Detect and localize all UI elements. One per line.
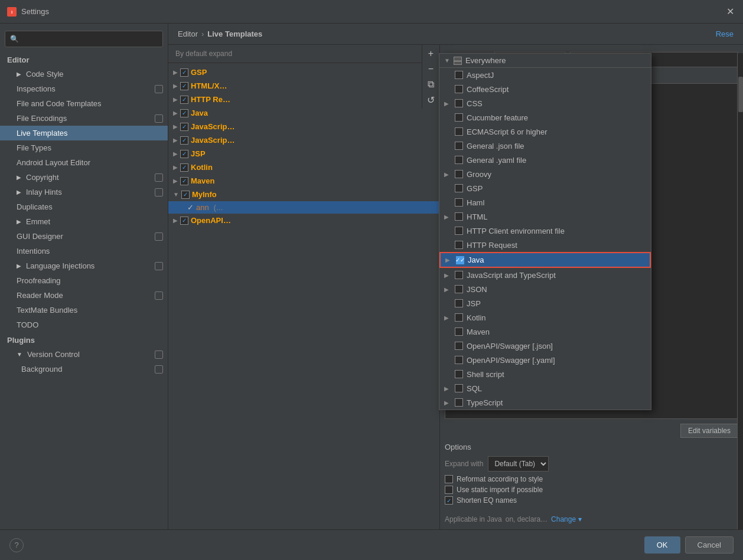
- item-checkbox[interactable]: [455, 356, 463, 364]
- sidebar-item-language-injections[interactable]: ▶ Language Injections: [0, 258, 168, 273]
- dropdown-item-typescript[interactable]: ▶ TypeScript: [439, 395, 651, 410]
- sidebar-item-file-types[interactable]: File Types: [0, 140, 168, 155]
- dropdown-item-kotlin[interactable]: ▶ Kotlin: [439, 310, 651, 325]
- item-checkbox[interactable]: [455, 156, 463, 164]
- sidebar-item-proofreading[interactable]: Proofreading: [0, 273, 168, 288]
- item-checkbox[interactable]: [455, 184, 463, 192]
- item-checkbox[interactable]: [455, 299, 463, 307]
- close-button[interactable]: ✕: [724, 6, 736, 18]
- edit-variables-button[interactable]: Edit variables: [680, 424, 738, 438]
- item-checkbox[interactable]: [455, 198, 463, 207]
- expand-with-select[interactable]: Default (Tab): [488, 456, 549, 471]
- item-checkbox[interactable]: [455, 127, 463, 136]
- dropdown-item-coffeescript[interactable]: CoffeeScript: [439, 82, 651, 96]
- item-checkbox[interactable]: [455, 170, 463, 178]
- change-link[interactable]: Change ▾: [551, 515, 581, 523]
- dropdown-item-java[interactable]: ▶ ✓ Java: [439, 252, 651, 268]
- item-checkbox-java[interactable]: ✓: [456, 256, 464, 264]
- dropdown-item-groovy[interactable]: ▶ Groovy: [439, 167, 651, 181]
- reset-link[interactable]: Rese: [716, 30, 734, 38]
- cancel-button[interactable]: Cancel: [685, 536, 734, 554]
- template-child-ann[interactable]: ann (…: [168, 201, 439, 214]
- template-group-openapi[interactable]: ▶ OpenAPI…: [168, 214, 439, 227]
- group-checkbox-java[interactable]: [180, 109, 188, 117]
- sidebar-item-inspections[interactable]: Inspections: [0, 81, 168, 96]
- group-checkbox-http[interactable]: [180, 96, 188, 104]
- dropdown-item-openapi-yaml[interactable]: OpenAPI/Swagger [.yaml]: [439, 353, 651, 367]
- group-checkbox-kotlin[interactable]: [180, 163, 188, 172]
- sidebar-item-intentions[interactable]: Intentions: [0, 244, 168, 258]
- template-group-gsp[interactable]: ▶ GSP: [168, 66, 439, 79]
- item-checkbox[interactable]: [455, 85, 463, 93]
- item-checkbox[interactable]: [455, 212, 463, 221]
- dropdown-item-http-client-env[interactable]: HTTP Client environment file: [439, 224, 651, 238]
- sidebar-item-textmate-bundles[interactable]: TextMate Bundles: [0, 303, 168, 317]
- everywhere-minus-checkbox[interactable]: —: [454, 57, 462, 65]
- dropdown-item-html[interactable]: ▶ HTML: [439, 209, 651, 224]
- dropdown-item-maven[interactable]: Maven: [439, 325, 651, 339]
- template-group-myinfo[interactable]: ▼ MyInfo: [168, 188, 439, 201]
- static-import-checkbox[interactable]: [445, 486, 453, 494]
- item-checkbox[interactable]: [455, 99, 463, 107]
- dropdown-item-shell[interactable]: Shell script: [439, 367, 651, 381]
- group-checkbox-js2[interactable]: [180, 136, 188, 145]
- dropdown-item-jsp[interactable]: JSP: [439, 296, 651, 310]
- dropdown-item-haml[interactable]: Haml: [439, 195, 651, 209]
- sidebar-item-version-control[interactable]: ▼ Version Control: [0, 347, 168, 362]
- template-group-js1[interactable]: ▶ JavaScrip…: [168, 120, 439, 133]
- search-box[interactable]: 🔍: [5, 31, 163, 47]
- dropdown-item-sql[interactable]: ▶ SQL: [439, 381, 651, 395]
- sidebar-item-copyright[interactable]: ▶ Copyright: [0, 170, 168, 185]
- dropdown-item-cucumber[interactable]: Cucumber feature: [439, 110, 651, 125]
- dropdown-item-http-request[interactable]: HTTP Request: [439, 238, 651, 252]
- sidebar-item-background[interactable]: Background: [0, 362, 168, 376]
- dropdown-item-yaml-file[interactable]: General .yaml file: [439, 153, 651, 167]
- template-group-js2[interactable]: ▶ JavaScrip…: [168, 133, 439, 147]
- item-checkbox[interactable]: [455, 271, 463, 279]
- group-checkbox-maven[interactable]: [180, 177, 188, 185]
- item-checkbox[interactable]: [455, 370, 463, 378]
- template-group-jsp[interactable]: ▶ JSP: [168, 147, 439, 161]
- item-checkbox[interactable]: [455, 313, 463, 322]
- group-checkbox-myinfo[interactable]: [181, 191, 190, 199]
- sidebar-item-duplicates[interactable]: Duplicates: [0, 199, 168, 214]
- template-group-maven[interactable]: ▶ Maven: [168, 174, 439, 188]
- item-checkbox[interactable]: [455, 384, 463, 392]
- dropdown-item-ecmascript[interactable]: ECMAScript 6 or higher: [439, 125, 651, 139]
- copy-template-button[interactable]: ⧉: [425, 78, 438, 91]
- sidebar-item-live-templates[interactable]: Live Templates: [0, 126, 168, 140]
- undo-template-button[interactable]: ↺: [425, 93, 438, 106]
- dropdown-item-json-file[interactable]: General .json file: [439, 139, 651, 153]
- reformat-checkbox[interactable]: [445, 475, 453, 483]
- sidebar-item-reader-mode[interactable]: Reader Mode: [0, 288, 168, 303]
- group-checkbox-jsp[interactable]: [180, 150, 188, 158]
- add-template-button[interactable]: +: [425, 47, 438, 60]
- sidebar-item-emmet[interactable]: ▶ Emmet: [0, 214, 168, 229]
- item-checkbox[interactable]: [455, 113, 463, 122]
- item-checkbox[interactable]: [455, 71, 463, 79]
- item-checkbox[interactable]: [455, 241, 463, 249]
- template-group-http[interactable]: ▶ HTTP Re…: [168, 93, 439, 106]
- template-group-kotlin[interactable]: ▶ Kotlin: [168, 161, 439, 174]
- dropdown-item-gsp[interactable]: GSP: [439, 181, 651, 195]
- item-checkbox[interactable]: [455, 227, 463, 235]
- dropdown-item-aspectj[interactable]: AspectJ: [439, 68, 651, 82]
- template-group-html[interactable]: ▶ HTML/X…: [168, 79, 439, 93]
- item-checkbox[interactable]: [455, 342, 463, 350]
- sidebar-item-inlay-hints[interactable]: ▶ Inlay Hints: [0, 185, 168, 199]
- help-button[interactable]: ?: [9, 538, 24, 552]
- dropdown-item-json[interactable]: ▶ JSON: [439, 282, 651, 296]
- sidebar-item-android-layout-editor[interactable]: Android Layout Editor: [0, 155, 168, 170]
- search-input[interactable]: [22, 35, 158, 43]
- dropdown-item-css[interactable]: ▶ CSS: [439, 96, 651, 110]
- scrollbar[interactable]: [737, 53, 743, 529]
- sidebar-item-gui-designer[interactable]: GUI Designer: [0, 229, 168, 244]
- group-checkbox-openapi[interactable]: [180, 217, 188, 225]
- group-checkbox-gsp[interactable]: [180, 68, 188, 77]
- sidebar-item-todo[interactable]: TODO: [0, 317, 168, 332]
- shorten-eq-checkbox[interactable]: [445, 496, 453, 505]
- group-checkbox-js1[interactable]: [180, 123, 188, 131]
- dropdown-item-openapi-json[interactable]: OpenAPI/Swagger [.json]: [439, 339, 651, 353]
- dropdown-top-everywhere[interactable]: ▼ — Everywhere: [439, 54, 651, 68]
- group-checkbox-html[interactable]: [180, 82, 188, 90]
